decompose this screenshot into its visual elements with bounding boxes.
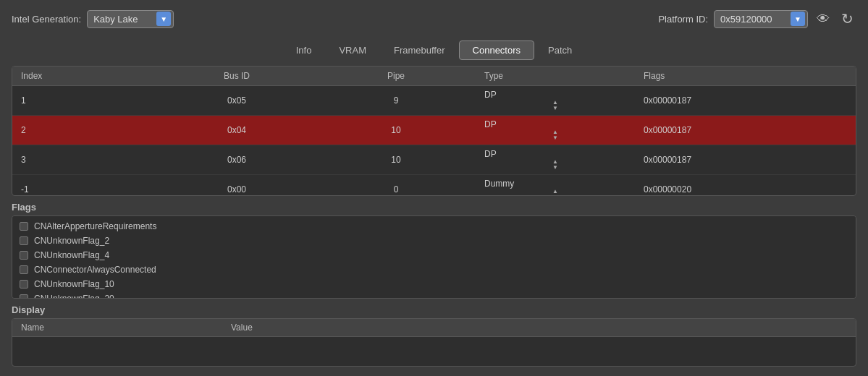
display-empty-row [12, 337, 856, 367]
flag-label: CNUnknownFlag_10 [34, 279, 114, 289]
intel-gen-select-wrapper: Kaby Lake Sandy Bridge Ivy Bridge Haswel… [87, 10, 174, 28]
flag-label: CNUnknownFlag_4 [34, 250, 109, 260]
display-table: Name Value [12, 319, 856, 366]
refresh-button[interactable]: ↻ [838, 9, 856, 29]
col-header-index: Index [12, 67, 157, 86]
cell-type: DP ▲ ▼ [476, 116, 635, 145]
flag-item[interactable]: CNAlterAppertureRequirements [12, 219, 856, 234]
cell-flags: 0x00000187 [635, 145, 856, 175]
display-header-row: Name Value [12, 319, 856, 337]
display-title: Display [12, 304, 856, 315]
tab-framebuffer[interactable]: Framebuffer [380, 40, 459, 60]
connectors-table-section: Index Bus ID Pipe Type Flags 1 0x05 9 DP… [12, 66, 856, 196]
eye-icon: 👁 [817, 12, 830, 27]
tab-vram[interactable]: VRAM [325, 40, 380, 60]
flag-item[interactable]: CNUnknownFlag_20 [12, 291, 856, 299]
display-col-name: Name [12, 319, 222, 337]
flag-label: CNConnectorAlwaysConnected [34, 265, 156, 275]
cell-pipe: 9 [316, 86, 476, 116]
platform-id-select[interactable]: 0x59120000 0x59160000 0x59180000 [714, 10, 808, 28]
display-section: Display Name Value [12, 304, 856, 367]
cell-type: DP ▲ ▼ [476, 86, 635, 116]
display-table-wrapper: Name Value [12, 318, 856, 367]
cell-type: Dummy ▲ ▼ [476, 175, 635, 197]
flags-title: Flags [12, 202, 856, 213]
cell-busid: 0x04 [157, 116, 316, 145]
tab-patch[interactable]: Patch [534, 40, 586, 60]
cell-type: DP ▲ ▼ [476, 145, 635, 175]
flags-section: Flags CNAlterAppertureRequirements CNUnk… [12, 202, 856, 299]
tabs-bar: Info VRAM Framebuffer Connectors Patch [0, 38, 868, 66]
flags-list[interactable]: CNAlterAppertureRequirements CNUnknownFl… [12, 215, 856, 299]
cell-flags: 0x00000187 [635, 116, 856, 145]
header-left: Intel Generation: Kaby Lake Sandy Bridge… [12, 10, 174, 28]
table-header-row: Index Bus ID Pipe Type Flags [12, 67, 856, 86]
type-down-btn[interactable]: ▼ [484, 195, 626, 196]
flag-label: CNAlterAppertureRequirements [34, 221, 156, 231]
flag-checkbox[interactable] [20, 222, 28, 231]
flag-checkbox[interactable] [20, 280, 28, 289]
flag-checkbox[interactable] [20, 294, 28, 299]
cell-index: -1 [12, 175, 157, 197]
display-value-cell [222, 337, 410, 367]
cell-flags: 0x00000187 [635, 86, 856, 116]
eye-button[interactable]: 👁 [814, 10, 833, 28]
type-down-btn[interactable]: ▼ [484, 165, 626, 171]
col-header-type: Type [476, 67, 635, 86]
table-row[interactable]: 1 0x05 9 DP ▲ ▼ 0x00000187 [12, 86, 856, 116]
platform-id-select-wrapper: 0x59120000 0x59160000 0x59180000 ▼ [714, 10, 808, 28]
table-row[interactable]: -1 0x00 0 Dummy ▲ ▼ 0x00000020 [12, 175, 856, 197]
display-col-extra [410, 319, 856, 337]
cell-index: 2 [12, 116, 157, 145]
header-bar: Intel Generation: Kaby Lake Sandy Bridge… [0, 0, 868, 38]
flag-item[interactable]: CNConnectorAlwaysConnected [12, 262, 856, 277]
type-value: DP [484, 119, 497, 129]
display-extra-cell [410, 337, 856, 367]
tab-connectors[interactable]: Connectors [459, 40, 534, 60]
cell-busid: 0x06 [157, 145, 316, 175]
cell-pipe: 0 [316, 175, 476, 197]
table-row[interactable]: 2 0x04 10 DP ▲ ▼ 0x00000187 [12, 116, 856, 145]
display-col-value: Value [222, 319, 410, 337]
flag-item[interactable]: CNUnknownFlag_2 [12, 234, 856, 248]
type-down-btn[interactable]: ▼ [484, 135, 626, 141]
platform-id-label: Platform ID: [658, 14, 708, 25]
flag-label: CNUnknownFlag_20 [34, 294, 114, 299]
cell-flags: 0x00000020 [635, 175, 856, 197]
tab-info[interactable]: Info [282, 40, 326, 60]
refresh-icon: ↻ [841, 10, 854, 27]
flag-checkbox[interactable] [20, 265, 28, 274]
flag-checkbox[interactable] [20, 251, 28, 260]
cell-pipe: 10 [316, 145, 476, 175]
cell-index: 3 [12, 145, 157, 175]
header-right: Platform ID: 0x59120000 0x59160000 0x591… [658, 9, 856, 29]
display-name-cell [12, 337, 222, 367]
intel-gen-select[interactable]: Kaby Lake Sandy Bridge Ivy Bridge Haswel… [87, 10, 174, 28]
type-value: DP [484, 90, 497, 100]
col-header-pipe: Pipe [316, 67, 476, 86]
table-row[interactable]: 3 0x06 10 DP ▲ ▼ 0x00000187 [12, 145, 856, 175]
main-content: Index Bus ID Pipe Type Flags 1 0x05 9 DP… [0, 66, 868, 372]
cell-index: 1 [12, 86, 157, 116]
connectors-table: Index Bus ID Pipe Type Flags 1 0x05 9 DP… [12, 67, 856, 196]
intel-gen-label: Intel Generation: [12, 14, 81, 25]
flag-label: CNUnknownFlag_2 [34, 236, 109, 246]
cell-pipe: 10 [316, 116, 476, 145]
flag-item[interactable]: CNUnknownFlag_4 [12, 248, 856, 262]
type-value: DP [484, 149, 497, 159]
cell-busid: 0x05 [157, 86, 316, 116]
col-header-flags: Flags [635, 67, 856, 86]
cell-busid: 0x00 [157, 175, 316, 197]
type-down-btn[interactable]: ▼ [484, 106, 626, 111]
flag-item[interactable]: CNUnknownFlag_10 [12, 277, 856, 291]
flag-checkbox[interactable] [20, 236, 28, 245]
type-value: Dummy [484, 179, 514, 189]
col-header-busid: Bus ID [157, 67, 316, 86]
